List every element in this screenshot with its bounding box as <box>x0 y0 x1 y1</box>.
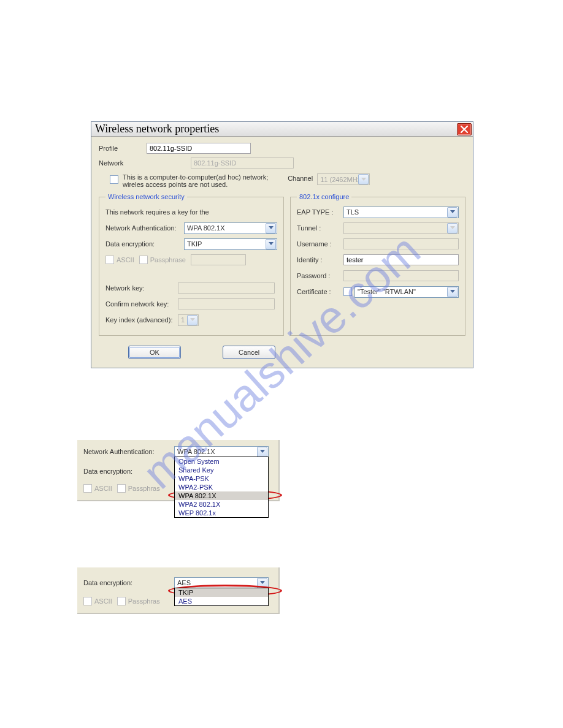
enc-snippet: Data encryption: AES ASCII Passphras TKI… <box>77 567 280 614</box>
auth-value: WPA 802.1X <box>185 224 266 232</box>
passphrase-input <box>191 254 246 265</box>
ascii-label: ASCII <box>94 597 112 605</box>
channel-label: Channel <box>288 175 313 182</box>
eap-select[interactable]: TLS <box>343 207 459 218</box>
enc-option[interactable]: AES <box>175 597 268 605</box>
auth-option-selected[interactable]: WPA 802.1X <box>175 491 268 500</box>
security-group: Wireless network security This network r… <box>99 193 284 336</box>
chevron-down-icon <box>266 239 276 249</box>
username-label: Username : <box>297 240 343 248</box>
ascii-label: ASCII <box>94 485 112 492</box>
username-input <box>343 238 459 249</box>
tunnel-select <box>343 222 459 234</box>
auth-option[interactable]: WPA2-PSK <box>175 483 268 491</box>
passphrase-label: Passphras <box>128 485 160 492</box>
dot1x-legend: 802.1x configure <box>297 193 351 200</box>
auth-option[interactable]: WPA2 802.1X <box>175 500 268 509</box>
cancel-label: Cancel <box>239 349 259 356</box>
password-input <box>343 270 459 281</box>
channel-select: 11 (2462MHz) <box>317 173 370 185</box>
tunnel-label: Tunnel : <box>297 224 343 232</box>
enc-value: TKIP <box>185 240 266 248</box>
enc-label: Data encryption: <box>83 468 174 475</box>
adhoc-row: This is a computer-to-computer(ad hoc) n… <box>110 173 465 188</box>
dialog-title: Wireless network properties <box>95 123 219 135</box>
button-row: OK Cancel <box>99 346 465 359</box>
channel-value: 11 (2462MHz) <box>318 176 358 183</box>
enc-dropdown-list[interactable]: TKIP AES <box>174 588 269 606</box>
adhoc-checkbox[interactable] <box>110 175 118 184</box>
auth-label: Network Authentication: <box>83 448 174 455</box>
titlebar: Wireless network properties <box>91 122 473 137</box>
wireless-properties-dialog: Wireless network properties Profile Netw… <box>91 121 473 368</box>
eap-value: TLS <box>344 208 447 216</box>
eap-label: EAP TYPE : <box>297 208 343 216</box>
enc-option-selected[interactable]: TKIP <box>175 588 268 597</box>
close-button[interactable] <box>457 123 472 135</box>
network-label: Network <box>99 159 147 167</box>
enc-select[interactable]: AES <box>174 577 269 589</box>
auth-option[interactable]: WEP 802.1x <box>175 509 268 517</box>
ok-label: OK <box>150 349 159 356</box>
ascii-checkbox <box>105 256 114 264</box>
close-icon <box>461 126 468 133</box>
ascii-checkbox <box>83 597 92 605</box>
chevron-down-icon <box>257 447 267 457</box>
chevron-down-icon <box>447 287 458 297</box>
cancel-button[interactable]: Cancel <box>223 346 275 359</box>
chevron-down-icon <box>187 315 197 325</box>
passphrase-checkbox <box>117 484 126 493</box>
identity-input[interactable] <box>343 254 459 265</box>
chevron-down-icon <box>447 207 458 218</box>
dot1x-group: 802.1x configure EAP TYPE : TLS Tunnel : <box>290 193 465 336</box>
enc-select[interactable]: TKIP <box>184 238 277 250</box>
auth-option[interactable]: WPA-PSK <box>175 474 268 483</box>
passphrase-label: Passphras <box>128 597 160 605</box>
ok-button[interactable]: OK <box>128 346 181 359</box>
netkey-label: Network key: <box>105 284 178 292</box>
netkey-input <box>178 282 275 294</box>
cert-value: "Tester" "RTWLAN" <box>355 288 447 295</box>
enc-value: AES <box>175 579 257 586</box>
auth-label: Network Authentication: <box>105 224 184 232</box>
network-input <box>191 157 294 169</box>
auth-select[interactable]: WPA 802.1X <box>184 222 277 234</box>
auth-snippet: Network Authentication: WPA 802.1X Data … <box>77 440 280 501</box>
chevron-down-icon <box>447 223 458 233</box>
enc-label: Data encryption: <box>105 240 184 248</box>
passphrase-label: Passphrase <box>150 256 186 264</box>
confirmkey-label: Confirm network key: <box>105 300 178 308</box>
ascii-label: ASCII <box>117 256 134 264</box>
cert-checkbox[interactable] <box>343 287 352 296</box>
password-label: Password : <box>297 272 343 279</box>
profile-input[interactable] <box>147 143 251 154</box>
cert-label: Certificate : <box>297 288 343 295</box>
dialog-body: Profile Network This is a computer-to-co… <box>91 137 473 368</box>
auth-option[interactable]: Shared Key <box>175 466 268 474</box>
security-intro: This network requires a key for the <box>105 208 209 216</box>
auth-value: WPA 802.1X <box>175 448 257 455</box>
chevron-down-icon <box>266 223 276 233</box>
chevron-down-icon <box>257 578 267 588</box>
keyindex-label: Key index (advanced): <box>105 316 178 324</box>
identity-label: Identity : <box>297 256 343 264</box>
profile-label: Profile <box>99 145 147 152</box>
auth-dropdown-list[interactable]: Open System Shared Key WPA-PSK WPA2-PSK … <box>174 457 269 518</box>
adhoc-text: This is a computer-to-computer(ad hoc) n… <box>123 173 282 188</box>
security-legend: Wireless network security <box>105 193 187 200</box>
confirmkey-input <box>178 298 275 309</box>
auth-select[interactable]: WPA 802.1X <box>174 446 269 458</box>
enc-label: Data encryption: <box>83 579 174 586</box>
chevron-down-icon <box>358 174 369 184</box>
passphrase-checkbox <box>117 597 126 605</box>
ascii-checkbox <box>83 484 92 493</box>
keyindex-value: 1 <box>178 316 187 324</box>
passphrase-checkbox <box>139 256 148 264</box>
cert-select[interactable]: "Tester" "RTWLAN" <box>354 286 459 298</box>
keyindex-select: 1 <box>178 314 199 326</box>
auth-option[interactable]: Open System <box>175 457 268 466</box>
